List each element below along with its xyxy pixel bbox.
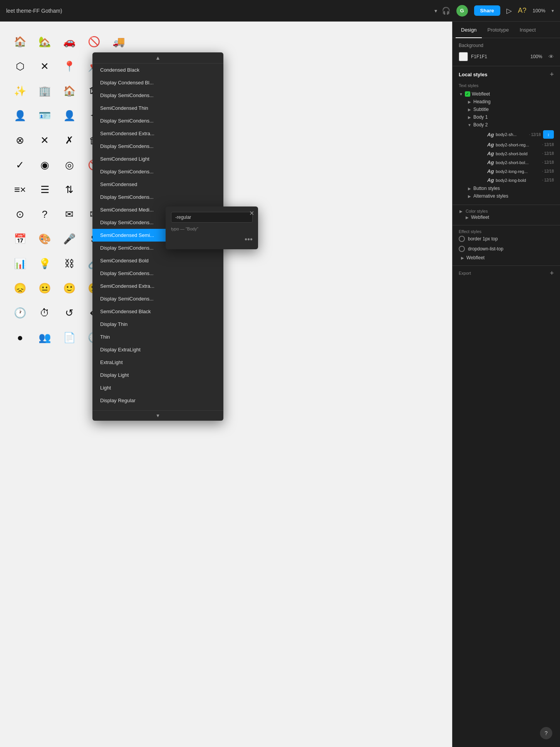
dropdown-item-27[interactable]: ✓Regular	[92, 407, 223, 410]
dropdown-item-1[interactable]: Display Condensed Bl...	[92, 76, 223, 89]
icon-question[interactable]: ?	[32, 202, 57, 227]
chevron-down-icon[interactable]: ▼	[156, 413, 160, 418]
dropdown-item-2[interactable]: Display SemiCondens...	[92, 89, 223, 102]
dropdown-item-22[interactable]: Display ExtraLight	[92, 343, 223, 356]
icon-radio[interactable]: ◉	[32, 153, 57, 177]
dropdown-item-4[interactable]: Display SemiCondens...	[92, 114, 223, 127]
icon-x[interactable]: ✕	[32, 128, 57, 153]
icon-mic[interactable]: 🎤	[57, 227, 82, 251]
close-icon[interactable]: ✕	[249, 210, 254, 217]
tree-button-styles[interactable]: ▶ Button styles	[467, 185, 554, 192]
icon-people[interactable]: 👥	[32, 325, 57, 350]
tree-alt-styles[interactable]: ▶ Alternative styles	[467, 192, 554, 200]
icon-dot[interactable]: ●	[8, 325, 32, 350]
icon-person-id[interactable]: 🪪	[32, 103, 57, 128]
icon-arrow-ud[interactable]: ⇅	[57, 177, 82, 202]
style-action-btn[interactable]: ↕	[543, 130, 554, 139]
share-button[interactable]: Share	[474, 5, 500, 16]
icon-search[interactable]: ⊙	[8, 202, 32, 227]
icon-truck[interactable]: 🚚	[106, 29, 131, 54]
dropdown-item-5[interactable]: SemiCondensed Extra...	[92, 127, 223, 140]
add-style-button[interactable]: +	[550, 71, 554, 78]
effect-styles-header[interactable]: Effect styles	[459, 229, 554, 234]
style-row-body2-long[interactable]: Ag body2-long-reg... · 12/18	[475, 167, 554, 176]
icon-car[interactable]: 🚗	[57, 29, 82, 54]
dropdown-item-23[interactable]: ExtraLight	[92, 356, 223, 369]
icon-bar-chart[interactable]: 📊	[8, 251, 32, 276]
icon-radio2[interactable]: ◎	[57, 153, 82, 177]
dropdown-item-15[interactable]: SemiCondensed Bold	[92, 254, 223, 267]
tree-body2[interactable]: ▼ Body 2	[467, 121, 554, 129]
icon-x2[interactable]: ✗	[57, 128, 82, 153]
add-export-button[interactable]: +	[550, 270, 554, 277]
icon-pin[interactable]: 📍	[57, 54, 82, 79]
icon-face-neutral[interactable]: 😐	[32, 276, 57, 300]
icon-face-sad[interactable]: 😞	[8, 276, 32, 300]
dropdown-item-3[interactable]: SemiCondensed Thin	[92, 102, 223, 114]
tree-color-webfleet[interactable]: ▶ Webfleet	[459, 213, 554, 221]
icon-calendar[interactable]: 📅	[8, 227, 32, 251]
dropdown-item-20[interactable]: Display Thin	[92, 318, 223, 331]
dropdown-item-19[interactable]: SemiCondensed Black	[92, 305, 223, 318]
icon-x-circle[interactable]: ⊗	[8, 128, 32, 153]
icon-person-badge[interactable]: 👤	[57, 103, 82, 128]
icon-location-off[interactable]: ✕	[32, 54, 57, 79]
bg-opacity[interactable]: 100%	[530, 54, 542, 59]
dropdown-item-16[interactable]: Display SemiCondens...	[92, 267, 223, 280]
icon-palette[interactable]: 🎨	[32, 227, 57, 251]
chevron-down-icon[interactable]: ▾	[434, 8, 437, 14]
dropdown-item-24[interactable]: Display Light	[92, 369, 223, 381]
font-icon[interactable]: A?	[518, 7, 526, 15]
icon-rotate[interactable]: ↺	[57, 300, 82, 325]
icon-person[interactable]: 👤	[8, 103, 32, 128]
tab-inspect[interactable]: Inspect	[514, 22, 541, 38]
tab-prototype[interactable]: Prototype	[482, 22, 514, 38]
dropdown-item-10[interactable]: Display SemiCondens...	[92, 191, 223, 203]
icon-check[interactable]: ✓	[8, 153, 32, 177]
icon-house[interactable]: 🏠	[57, 79, 82, 103]
icon-pdf[interactable]: 📄	[57, 325, 82, 350]
icon-timer[interactable]: ⏱	[32, 300, 57, 325]
effect-dropdown[interactable]: dropdown-list-top	[459, 244, 554, 254]
style-row-body2-bold2[interactable]: Ag body2-short-bol... · 12/18	[475, 158, 554, 167]
dropdown-item-6[interactable]: Display SemiCondens...	[92, 140, 223, 153]
avatar[interactable]: G	[456, 5, 468, 17]
icon-mail[interactable]: ✉	[57, 202, 82, 227]
icon-home[interactable]: 🏠	[8, 29, 32, 54]
tree-webfleet[interactable]: ▼ ✓ Webfleet	[459, 90, 554, 98]
tree-subtitle[interactable]: ▶ Subtitle	[467, 106, 554, 113]
icon-building[interactable]: 🏢	[32, 79, 57, 103]
more-icon[interactable]: •••	[171, 235, 253, 244]
style-row-body2-sh[interactable]: Ag body2-sh... · 12/18 ↕	[475, 129, 554, 140]
bg-color-swatch[interactable]	[459, 52, 468, 61]
dropdown-item-18[interactable]: Display SemiCondens...	[92, 292, 223, 305]
icon-sparkle[interactable]: ✨	[8, 79, 32, 103]
icon-home2[interactable]: 🏡	[32, 29, 57, 54]
chevron-up-icon[interactable]: ▲	[155, 55, 161, 61]
tree-effect-webfleet[interactable]: ▶ Webfleet	[459, 254, 554, 262]
bg-color-value[interactable]: F1F1F1	[471, 54, 527, 59]
style-row-body2-reg[interactable]: Ag body2-short-reg... · 12/18	[475, 140, 554, 149]
tab-design[interactable]: Design	[456, 22, 482, 38]
play-icon[interactable]: ▷	[506, 7, 512, 15]
headphone-icon[interactable]: 🎧	[442, 7, 450, 15]
zoom-chevron-icon[interactable]: ▾	[552, 8, 554, 13]
dropdown-item-26[interactable]: Display Regular	[92, 394, 223, 407]
dropdown-item-17[interactable]: SemiCondensed Extra...	[92, 280, 223, 292]
dropdown-item-8[interactable]: Display SemiCondens...	[92, 165, 223, 178]
color-styles-header[interactable]: ▶ Color styles	[459, 209, 554, 213]
icon-clock[interactable]: 🕐	[8, 300, 32, 325]
dropdown-item-0[interactable]: Condensed Black	[92, 64, 223, 76]
zoom-level[interactable]: 100%	[533, 8, 545, 13]
help-button[interactable]: ?	[540, 727, 552, 739]
icon-menu2[interactable]: ☰	[32, 177, 57, 202]
style-input[interactable]	[171, 212, 253, 223]
style-row-body2-long-bold[interactable]: Ag body2-long-bold · 12/18	[475, 176, 554, 185]
dropdown-item-7[interactable]: SemiCondensed Light	[92, 153, 223, 165]
tree-body1[interactable]: ▶ Body 1	[467, 113, 554, 121]
dropdown-item-9[interactable]: SemiCondensed	[92, 178, 223, 191]
dropdown-item-25[interactable]: Light	[92, 381, 223, 394]
icon-menu1[interactable]: ≡×	[8, 177, 32, 202]
icon-pentagon[interactable]: ⬡	[8, 54, 32, 79]
effect-border[interactable]: border 1px top	[459, 234, 554, 244]
